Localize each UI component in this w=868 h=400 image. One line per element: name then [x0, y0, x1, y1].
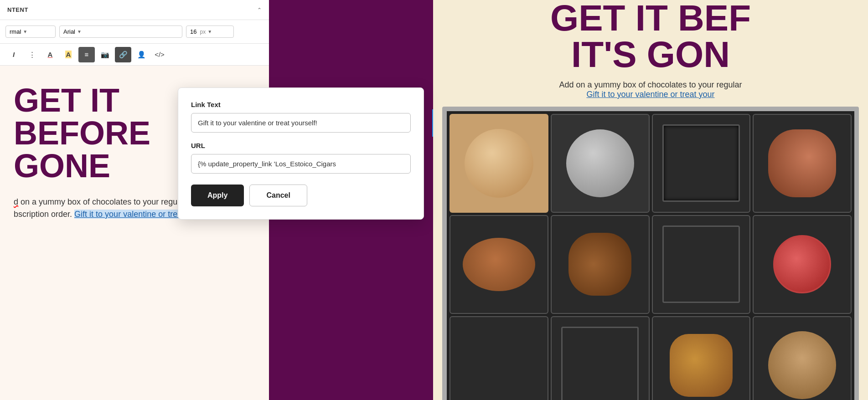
right-headline-line1: GET IT BEF	[447, 0, 854, 36]
choc-cell-12	[753, 316, 852, 400]
right-preview-panel: GET IT BEF IT'S GON Add on a yummy box o…	[433, 0, 868, 400]
more-button[interactable]: ⋮	[24, 47, 40, 62]
text-color-button[interactable]: A	[42, 47, 58, 62]
text-bg-button[interactable]: A	[60, 47, 77, 62]
url-input[interactable]	[191, 154, 411, 174]
collapse-button[interactable]: ⌃	[257, 7, 262, 13]
choc-cell-10	[551, 316, 650, 400]
link-popup-dialog: Link Text URL Apply Cancel	[178, 87, 424, 220]
chocolate-grid	[442, 107, 859, 400]
image-button[interactable]: 📷	[97, 47, 113, 62]
size-select-arrow: ▼	[207, 29, 212, 34]
choc-cell-4	[753, 114, 852, 213]
choc-cell-8	[753, 215, 852, 314]
format-select-label: rmal	[10, 28, 21, 35]
font-select[interactable]: Arial ▼	[59, 26, 182, 38]
text-bg-icon: A	[65, 51, 72, 58]
popup-action-buttons: Apply Cancel	[191, 185, 411, 206]
toolbar-format-row: rmal ▼ Arial ▼ 16 px ▼	[0, 20, 269, 44]
font-select-arrow: ▼	[77, 29, 82, 34]
right-body-prefix: Add on a yummy box of chocolates to your…	[559, 80, 742, 89]
code-icon: </>	[155, 51, 165, 58]
toolbar-format-buttons: I ⋮ A A ≡ 📷 🔗 👤 </>	[0, 44, 269, 66]
right-headline-line2: IT'S GON	[447, 36, 854, 73]
align-button[interactable]: ≡	[78, 47, 95, 62]
choc-cell-7	[652, 215, 751, 314]
image-icon: 📷	[101, 51, 109, 59]
right-headline: GET IT BEF IT'S GON	[433, 0, 868, 73]
link-icon: 🔗	[119, 51, 128, 59]
align-icon: ≡	[85, 51, 89, 58]
url-label: URL	[191, 142, 411, 149]
size-unit: px	[200, 29, 206, 35]
cancel-button[interactable]: Cancel	[249, 185, 307, 206]
text-color-icon: A	[48, 51, 53, 58]
format-select[interactable]: rmal ▼	[5, 26, 56, 38]
choc-cell-11	[652, 316, 751, 400]
choc-cell-6	[551, 215, 650, 314]
body-mid: bscription order.	[14, 210, 72, 219]
link-text-input[interactable]	[191, 113, 411, 133]
size-select[interactable]: 16 px ▼	[186, 26, 234, 38]
body-prefix: d on a yummy box of chocolates to your r…	[14, 197, 186, 206]
person-button[interactable]: 👤	[133, 47, 150, 62]
panel-header: NTENT ⌃	[0, 0, 269, 20]
choc-cell-9	[450, 316, 548, 400]
italic-button[interactable]: I	[5, 47, 22, 62]
format-select-arrow: ▼	[23, 29, 27, 34]
person-icon: 👤	[137, 51, 146, 59]
chocolate-box-container	[433, 107, 868, 400]
choc-cell-3	[652, 114, 751, 213]
size-value: 16	[190, 28, 196, 35]
choc-cell-5	[450, 215, 548, 314]
link-text-label: Link Text	[191, 101, 411, 108]
font-select-label: Arial	[63, 28, 75, 35]
panel-title: NTENT	[7, 6, 28, 13]
choc-cell-1	[450, 114, 548, 213]
code-button[interactable]: </>	[151, 47, 168, 62]
apply-button[interactable]: Apply	[191, 185, 244, 206]
choc-cell-2	[551, 114, 650, 213]
right-body-link[interactable]: Gift it to your valentine or treat your	[586, 90, 714, 99]
link-button[interactable]: 🔗	[115, 47, 131, 62]
right-body-text: Add on a yummy box of chocolates to your…	[433, 73, 868, 107]
